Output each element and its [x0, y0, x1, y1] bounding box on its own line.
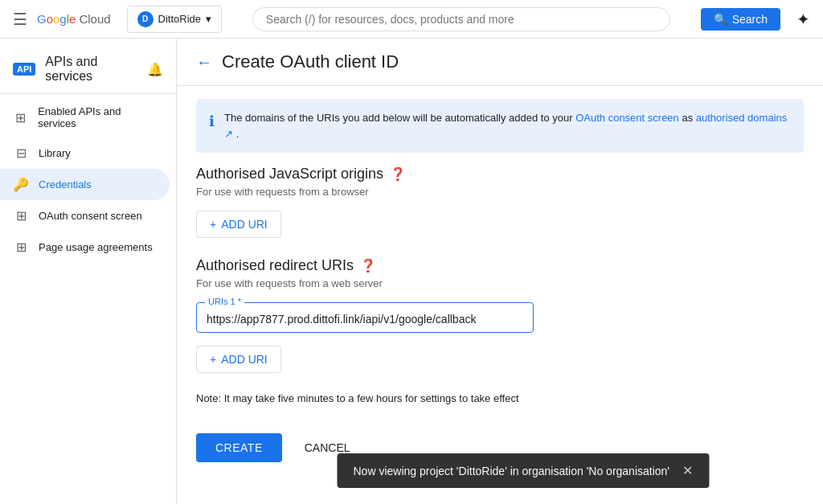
js-origins-subtitle: For use with requests from a browser [196, 186, 804, 198]
back-button[interactable]: ← [196, 53, 212, 72]
create-button[interactable]: CREATE [196, 433, 282, 462]
sidebar: API APIs and services 🔔 ⊞ Enabled APIs a… [0, 39, 177, 504]
redirect-add-uri-plus-icon: + [210, 353, 216, 366]
sidebar-item-library[interactable]: ⊟ Library [0, 137, 170, 169]
bell-icon[interactable]: 🔔 [147, 62, 163, 77]
uri-input-container: URIs 1 * [196, 302, 534, 333]
page-title: Create OAuth client ID [222, 51, 399, 72]
sidebar-item-page-usage[interactable]: ⊞ Page usage agreements [0, 232, 170, 263]
js-add-uri-label: ADD URI [221, 218, 268, 231]
cloud-text: Cloud [79, 12, 110, 26]
search-icon: 🔍 [714, 13, 727, 26]
redirect-uris-title-text: Authorised redirect URIs [196, 257, 354, 274]
sidebar-item-label: OAuth consent screen [39, 210, 142, 222]
content-body: ℹ The domains of the URIs you add below … [177, 99, 823, 494]
search-button-label: Search [732, 13, 768, 26]
topbar: ☰ Google Cloud D DittoRide ▾ 🔍 Search ✦ [0, 0, 823, 39]
js-add-uri-button[interactable]: + ADD URI [196, 211, 281, 238]
info-text-after: . [236, 128, 240, 140]
js-origins-add-container: + ADD URI Add URI [196, 211, 804, 238]
toast-notification: Now viewing project 'DittoRide' in organ… [337, 453, 709, 488]
search-button[interactable]: 🔍 Search [701, 8, 780, 31]
project-selector[interactable]: D DittoRide ▾ [127, 6, 222, 33]
redirect-uris-section: Authorised redirect URIs ❓ For use with … [196, 257, 804, 373]
logo-e: e [69, 12, 76, 26]
info-text: The domains of the URIs you add below wi… [224, 110, 791, 141]
page-usage-icon: ⊞ [13, 240, 29, 255]
js-origins-title-text: Authorised JavaScript origins [196, 166, 383, 182]
sidebar-item-label: Library [39, 147, 71, 159]
redirect-uris-subtitle: For use with requests from a web server [196, 277, 804, 289]
redirect-uris-help-icon[interactable]: ❓ [360, 258, 376, 273]
project-icon: D [137, 11, 154, 27]
js-add-uri-plus-icon: + [210, 218, 216, 231]
project-name: DittoRide [158, 13, 201, 25]
logo-g: G [37, 12, 47, 26]
toast-message: Now viewing project 'DittoRide' in organ… [353, 465, 669, 477]
js-origins-help-icon[interactable]: ❓ [390, 166, 406, 182]
api-badge: API [13, 63, 35, 76]
uri-field-label: URIs 1 * [205, 297, 244, 306]
sidebar-item-enabled-apis[interactable]: ⊞ Enabled APIs and services [0, 97, 170, 137]
oauth-icon: ⊞ [13, 208, 29, 223]
oauth-consent-link[interactable]: OAuth consent screen [575, 112, 679, 124]
gemini-icon[interactable]: ✦ [796, 10, 810, 29]
sidebar-item-credentials[interactable]: 🔑 Credentials [0, 169, 170, 200]
sidebar-item-label: Credentials [39, 178, 92, 191]
search-bar [252, 7, 670, 31]
search-input[interactable] [266, 13, 657, 26]
note-text: Note: It may take five minutes to a few … [196, 392, 804, 404]
annotation-arrow [804, 213, 823, 285]
sidebar-title: APIs and services [45, 55, 137, 84]
logo-o1: o [47, 12, 53, 26]
sidebar-item-label: Enabled APIs and services [38, 105, 157, 129]
js-origins-title: Authorised JavaScript origins ❓ [196, 166, 804, 182]
redirect-add-uri-button[interactable]: + ADD URI [196, 346, 281, 373]
google-cloud-logo: Google Cloud [37, 12, 111, 26]
info-icon: ℹ [209, 111, 215, 133]
redirect-uris-title: Authorised redirect URIs ❓ [196, 257, 804, 274]
info-text-before: The domains of the URIs you add below wi… [224, 112, 575, 124]
sidebar-item-oauth-consent[interactable]: ⊞ OAuth consent screen [0, 200, 170, 232]
project-dropdown-icon: ▾ [206, 13, 211, 25]
main-layout: API APIs and services 🔔 ⊞ Enabled APIs a… [0, 39, 823, 504]
toast-close-button[interactable]: ✕ [682, 463, 693, 478]
sidebar-item-label: Page usage agreements [39, 241, 153, 253]
sidebar-header: API APIs and services 🔔 [0, 45, 176, 94]
logo-g2: g [59, 12, 66, 26]
annotation-container: Add URI [804, 203, 823, 285]
info-text-middle: as [682, 112, 695, 124]
content-header: ← Create OAuth client ID [177, 39, 823, 86]
library-icon: ⊟ [13, 145, 29, 161]
enabled-apis-icon: ⊞ [13, 110, 28, 125]
uri-field-input[interactable] [207, 309, 523, 326]
credentials-icon: 🔑 [13, 177, 29, 192]
redirect-add-uri-label: ADD URI [221, 353, 268, 366]
menu-icon[interactable]: ☰ [13, 10, 27, 29]
js-origins-section: Authorised JavaScript origins ❓ For use … [196, 166, 804, 238]
uri-field-wrapper: URIs 1 * [196, 302, 534, 333]
info-banner: ℹ The domains of the URIs you add below … [196, 99, 804, 153]
content-area: ← Create OAuth client ID ℹ The domains o… [177, 39, 823, 504]
